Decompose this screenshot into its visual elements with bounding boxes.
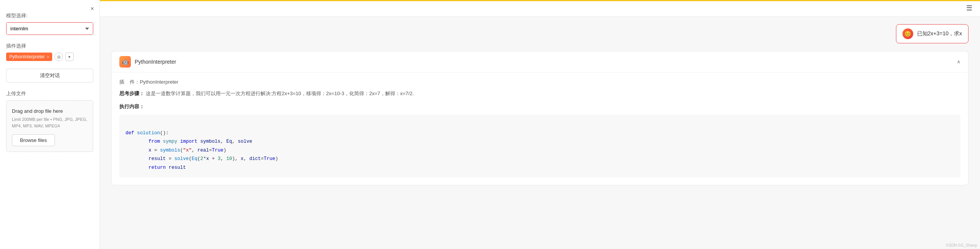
- upload-drag-title: Drag and drop file here: [12, 108, 87, 114]
- close-icon[interactable]: ×: [91, 5, 94, 12]
- thinking-text: 这是一道数学计算题，我们可以用一元一次方程进行解决:方程2x+3=10，移项得：…: [146, 91, 414, 96]
- ai-response-header: 🤖 PythonInterpreter ∧: [112, 51, 968, 73]
- user-avatar: 😊: [902, 28, 913, 39]
- code-line-3: from sympy import symbols, Eq, solve: [125, 137, 954, 146]
- model-select-wrapper: internlm gpt-4 claude-3: [6, 22, 93, 35]
- code-line-5: result = solve(Eq(2*x + 3, 10), x, dict=…: [125, 155, 954, 163]
- ai-avatar-icon: 🤖: [122, 59, 129, 65]
- upload-hint: Limit 200MB per file • PNG, JPG, JPEG, M…: [12, 116, 87, 129]
- code-block: def solution(): from sympy import symbol…: [119, 115, 960, 177]
- clear-dialog-button[interactable]: 清空对话: [6, 69, 93, 82]
- hamburger-icon[interactable]: ☰: [966, 4, 972, 12]
- user-message-wrap: 😊 已知2x+3=10，求x: [111, 24, 968, 43]
- main-content: ☰ 😊 已知2x+3=10，求x 🤖 PythonInterpreter: [100, 0, 980, 249]
- upload-box[interactable]: Drag and drop file here Limit 200MB per …: [6, 100, 93, 152]
- plugin-remove-icon[interactable]: ×: [47, 54, 49, 59]
- code-line-1: [125, 120, 954, 129]
- chat-area: 😊 已知2x+3=10，求x 🤖 PythonInterpreter ∧ 插 件…: [100, 16, 980, 249]
- code-line-6: return result: [125, 163, 954, 172]
- progress-bar: [100, 0, 980, 1]
- footer-credit: ©SDN ©G_Sheep: [946, 243, 977, 247]
- topbar: ☰: [100, 0, 980, 16]
- user-avatar-icon: 😊: [904, 31, 911, 37]
- plugin-tag-label: PythonInterpreter: [9, 54, 45, 59]
- code-line-2: def solution():: [125, 129, 954, 138]
- ai-plugin-name: PythonInterpreter: [135, 59, 176, 65]
- plugin-row: PythonInterpreter × ⊗ ▾: [6, 53, 93, 61]
- model-select-label: 模型选择:: [6, 12, 93, 19]
- ai-header-left: 🤖 PythonInterpreter: [119, 56, 176, 68]
- collapse-icon[interactable]: ∧: [957, 59, 960, 64]
- ai-avatar: 🤖: [119, 56, 131, 68]
- user-message-text: 已知2x+3=10，求x: [917, 30, 962, 37]
- ai-response-card: 🤖 PythonInterpreter ∧ 插 件：PythonInterpre…: [111, 51, 968, 185]
- upload-section-label: 上传文件: [6, 90, 93, 97]
- thinking-line: 思考步骤： 这是一道数学计算题，我们可以用一元一次方程进行解决:方程2x+3=1…: [119, 89, 960, 98]
- sidebar: × 模型选择: internlm gpt-4 claude-3 插件选择 Pyt…: [0, 0, 100, 249]
- plugin-line: 插 件：PythonInterpreter: [119, 79, 960, 86]
- thinking-label: 思考步骤：: [119, 91, 144, 96]
- browse-files-button[interactable]: Browse files: [12, 134, 55, 146]
- plugin-clear-icon[interactable]: ⊗: [54, 53, 63, 61]
- plugin-chevron-icon[interactable]: ▾: [65, 53, 74, 61]
- exec-label: 执行内容：: [119, 103, 960, 110]
- code-line-4: x = symbols("x", real=True): [125, 146, 954, 155]
- ai-response-body: 插 件：PythonInterpreter 思考步骤： 这是一道数学计算题，我们…: [112, 73, 968, 185]
- user-message-bubble: 😊 已知2x+3=10，求x: [896, 24, 969, 43]
- plugin-tag-python[interactable]: PythonInterpreter ×: [6, 53, 52, 61]
- plugin-section-label: 插件选择: [6, 43, 93, 49]
- model-select[interactable]: internlm gpt-4 claude-3: [7, 23, 93, 35]
